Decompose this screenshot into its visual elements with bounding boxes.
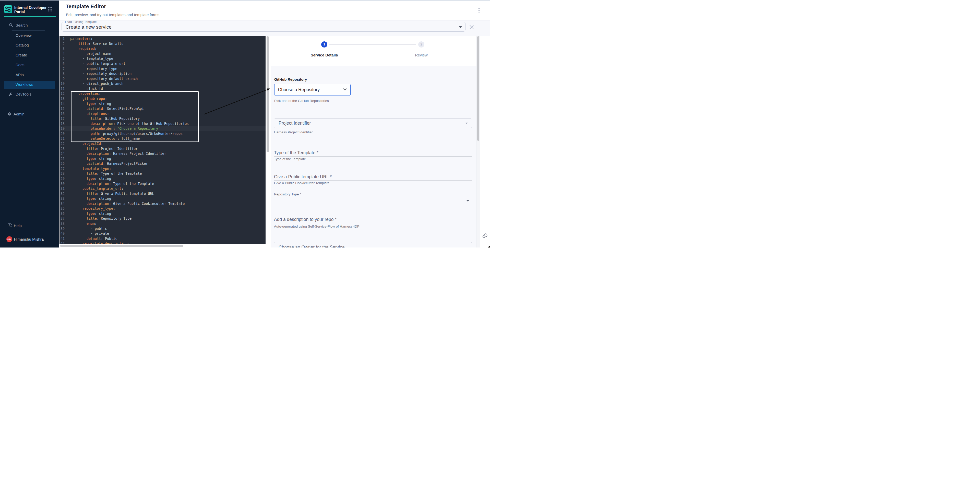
sidebar-item-admin[interactable]: Admin bbox=[0, 110, 59, 118]
close-icon[interactable] bbox=[469, 25, 474, 29]
github-repository-hint: Pick one of the GitHub Repositories bbox=[274, 99, 329, 103]
line-number: 18 bbox=[59, 121, 65, 126]
code-line-10: 10 - direct_push_branch bbox=[59, 81, 266, 86]
line-number: 4 bbox=[59, 51, 65, 56]
line-number: 23 bbox=[59, 146, 65, 151]
code-line-1: 1parameters: bbox=[59, 36, 266, 41]
sidebar-item-create[interactable]: Create bbox=[0, 50, 59, 60]
sidebar-item-apis[interactable]: APIs bbox=[0, 70, 59, 80]
code-line-12: 12 properties: bbox=[59, 91, 266, 96]
step-number: 2 bbox=[420, 42, 422, 46]
logo-glyph-icon bbox=[4, 5, 12, 13]
sidebar-user[interactable]: HM Himanshu Mishra bbox=[0, 236, 59, 242]
code-text: type: string bbox=[65, 176, 111, 181]
code-text: github_repo: bbox=[65, 96, 107, 102]
load-template-select[interactable]: Load Existing Template Create a new serv… bbox=[62, 20, 466, 32]
line-number: 15 bbox=[59, 106, 65, 111]
sidebar-item-search[interactable]: Search bbox=[0, 21, 59, 29]
code-text: ui:field: HarnessProjectPicker bbox=[65, 161, 148, 166]
line-number: 33 bbox=[59, 196, 65, 201]
code-line-34: 34 description: Give a Public Cookiecutt… bbox=[59, 201, 266, 206]
line-number: 21 bbox=[59, 136, 65, 141]
code-line-6: 6 - public_template_url bbox=[59, 61, 266, 67]
dropdown-caret-icon[interactable] bbox=[466, 200, 469, 202]
code-text: description: Harness Project Identifier bbox=[65, 151, 166, 156]
code-text: - template_type bbox=[65, 56, 113, 61]
line-number: 29 bbox=[59, 176, 65, 181]
top-edge-strip bbox=[0, 0, 490, 0]
code-line-36: 36 type: string bbox=[59, 211, 266, 216]
line-number: 10 bbox=[59, 81, 65, 86]
page-subtitle: Edit, preview, and try out templates and… bbox=[66, 13, 159, 17]
editor-horizontal-scrollbar[interactable] bbox=[60, 245, 183, 247]
wrench-icon bbox=[8, 92, 13, 96]
code-line-5: 5 - template_type bbox=[59, 56, 266, 61]
sidebar-item-overview[interactable]: Overview bbox=[0, 30, 59, 40]
project-identifier-hint: Harness Project Identifier bbox=[274, 130, 313, 134]
svg-text:?: ? bbox=[9, 224, 10, 226]
code-text: - repository_default_branch bbox=[65, 76, 138, 81]
template-preview-panel: 1 2 Service Details Review GitHub Reposi… bbox=[271, 36, 480, 247]
sidebar-item-label: Create bbox=[16, 53, 27, 57]
stepper-step-1[interactable]: 1 bbox=[321, 41, 327, 48]
line-number: 11 bbox=[59, 86, 65, 91]
app-logo[interactable] bbox=[4, 5, 12, 13]
sidebar-item-catalog[interactable]: Catalog bbox=[0, 40, 59, 50]
sidebar-item-docs[interactable]: Docs bbox=[0, 60, 59, 70]
code-line-2: 2 - title: Service Details bbox=[59, 41, 266, 46]
line-number: 34 bbox=[59, 201, 65, 206]
editor-vertical-scrollbar[interactable] bbox=[267, 36, 269, 152]
line-number: 20 bbox=[59, 131, 65, 136]
code-line-25: 25 type: string bbox=[59, 156, 266, 161]
chat-bubbles-icon[interactable] bbox=[482, 233, 488, 239]
code-line-31: 31 public_template_url: bbox=[59, 186, 266, 191]
code-text: properties: bbox=[65, 91, 101, 96]
panel-vertical-scrollbar[interactable] bbox=[477, 36, 479, 141]
sidebar-divider bbox=[4, 105, 55, 105]
code-text: title: Type of the Template bbox=[65, 171, 142, 176]
line-number: 40 bbox=[59, 231, 65, 236]
template-type-input[interactable]: Type of the Template * bbox=[274, 150, 318, 156]
owner-select[interactable]: Choose an Owner for the Service bbox=[274, 242, 472, 248]
step-number: 1 bbox=[323, 42, 325, 46]
github-repository-select[interactable]: Choose a Repository bbox=[274, 84, 351, 96]
code-line-39: 39 - public bbox=[59, 226, 266, 231]
sidebar-item-help[interactable]: ? Help bbox=[0, 222, 59, 229]
sidebar-item-label: DevTools bbox=[16, 92, 32, 96]
yaml-code-editor[interactable]: 1parameters:2 - title: Service Details3 … bbox=[59, 36, 266, 244]
stepper-step-2[interactable]: 2 bbox=[418, 41, 425, 48]
sidebar-item-workflows[interactable]: Workflows bbox=[0, 80, 59, 89]
sidebar-item-devtools[interactable]: DevTools bbox=[0, 89, 59, 99]
stepper-label-review: Review bbox=[396, 53, 447, 57]
line-number: 1 bbox=[59, 36, 65, 41]
code-text: title: Repository Type bbox=[65, 216, 132, 221]
line-number: 12 bbox=[59, 91, 65, 96]
code-line-11: 11 - slack_id bbox=[59, 86, 266, 91]
corner-fab bbox=[488, 246, 490, 248]
repo-description-input[interactable]: Add a description to your repo * bbox=[274, 217, 337, 222]
kebab-menu-icon[interactable] bbox=[478, 7, 480, 14]
line-number: 5 bbox=[59, 56, 65, 61]
code-line-42: 42 repositoty_description: bbox=[59, 241, 266, 244]
code-text: template_type: bbox=[65, 166, 111, 171]
code-line-14: 14 type: string bbox=[59, 101, 266, 106]
sidebar-item-label: Catalog bbox=[16, 43, 29, 47]
code-line-8: 8 - repositoty_description bbox=[59, 71, 266, 76]
public-template-url-input[interactable]: Give a Public template URL * bbox=[274, 174, 332, 180]
stepper-connector bbox=[329, 44, 416, 45]
line-number: 26 bbox=[59, 161, 65, 166]
page-header: Template Editor Edit, preview, and try o… bbox=[59, 0, 490, 21]
help-chat-icon: ? bbox=[8, 223, 12, 228]
code-text: - repositoty_description bbox=[65, 71, 132, 76]
code-line-35: 35 repository_type: bbox=[59, 206, 266, 211]
app-title: Internal Developer Portal bbox=[14, 6, 49, 14]
sidebar-accent-rule bbox=[4, 16, 56, 17]
code-line-24: 24 description: Harness Project Identifi… bbox=[59, 151, 266, 156]
code-text: type: string bbox=[65, 156, 111, 161]
gear-icon bbox=[7, 112, 11, 116]
code-line-16: 16 ui:options: bbox=[59, 111, 266, 116]
code-text: - repository_type bbox=[65, 66, 117, 71]
project-identifier-select[interactable]: Project Identifier bbox=[274, 118, 472, 128]
apps-grid-icon[interactable] bbox=[48, 7, 52, 11]
load-template-section: Load Existing Template Create a new serv… bbox=[59, 21, 490, 36]
